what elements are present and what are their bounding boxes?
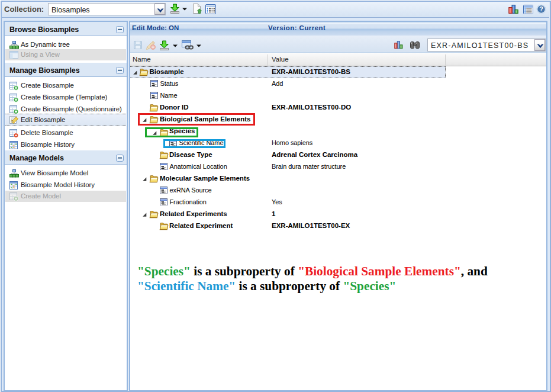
svg-text:?: ?	[539, 5, 543, 12]
